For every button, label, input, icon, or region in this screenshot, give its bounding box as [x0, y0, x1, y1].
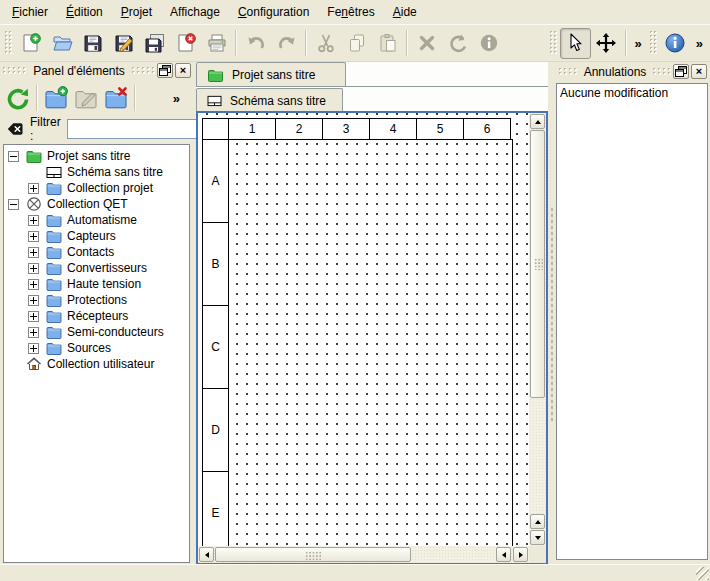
- expand-expander-icon[interactable]: [28, 295, 39, 306]
- expand-expander-icon[interactable]: [28, 231, 39, 242]
- column-header: 5: [416, 118, 464, 140]
- save-as-button[interactable]: [108, 28, 139, 59]
- delete-icon: [416, 32, 438, 54]
- toolbar-overflow-button[interactable]: »: [630, 36, 647, 51]
- expand-expander-icon[interactable]: [28, 327, 39, 338]
- tree-item-collection-utilisateur[interactable]: Collection utilisateur: [4, 356, 189, 372]
- resize-grip-icon[interactable]: [696, 567, 709, 580]
- cut-icon: [315, 32, 337, 54]
- panel-overflow-button[interactable]: »: [168, 91, 185, 106]
- menu-edition[interactable]: Édition: [57, 1, 112, 23]
- sheet-border: [228, 139, 513, 546]
- tree-item-collection-qet[interactable]: Collection QET: [4, 196, 189, 212]
- dock-splitter[interactable]: [548, 62, 556, 565]
- tree-item-automatisme[interactable]: Automatisme: [4, 212, 189, 228]
- tree-item-label: Schéma sans titre: [67, 165, 163, 179]
- scroll-right-button[interactable]: [513, 547, 528, 562]
- toolbar-separator: [235, 30, 237, 56]
- vertical-scrollbar[interactable]: [529, 113, 546, 546]
- tab-projet-sans-titre[interactable]: Projet sans titre: [196, 62, 346, 86]
- undo-panel-title: Annulations: [577, 65, 654, 79]
- expand-expander-icon[interactable]: [28, 279, 39, 290]
- scroll-left-button[interactable]: [199, 547, 214, 562]
- filter-label: Filtrer :: [30, 115, 61, 143]
- folder-icon: [46, 309, 62, 323]
- tree-item-contacts[interactable]: Contacts: [4, 244, 189, 260]
- menu-projet[interactable]: Projet: [112, 1, 161, 23]
- edit-category-button: [71, 83, 101, 113]
- dock-float-button[interactable]: [157, 63, 173, 78]
- toolbar-overflow-button[interactable]: »: [691, 36, 708, 51]
- row-header-column: A B C D E: [202, 140, 229, 546]
- project-icon: [26, 149, 42, 163]
- undo-list-item[interactable]: Aucune modification: [560, 85, 704, 101]
- scroll-left-button[interactable]: [496, 547, 511, 562]
- dock-drag-handle[interactable]: [132, 67, 155, 74]
- expand-expander-icon[interactable]: [28, 263, 39, 274]
- print-button[interactable]: [201, 28, 232, 59]
- column-header: 3: [322, 118, 370, 140]
- tree-item-recepteurs[interactable]: Récepteurs: [4, 308, 189, 324]
- tree-item-collection-projet[interactable]: Collection projet: [4, 180, 189, 196]
- tree-item-convertisseurs[interactable]: Convertisseurs: [4, 260, 189, 276]
- folder-icon: [46, 245, 62, 259]
- tree-item-capteurs[interactable]: Capteurs: [4, 228, 189, 244]
- open-project-button[interactable]: [46, 28, 77, 59]
- move-mode-button[interactable]: [591, 28, 622, 59]
- vertical-scrollbar-thumb[interactable]: [530, 130, 545, 398]
- column-header-row: 1 2 3 4 5 6: [202, 118, 511, 140]
- close-file-button[interactable]: [170, 28, 201, 59]
- rotate-icon: [447, 32, 469, 54]
- toolbar-separator: [625, 30, 627, 56]
- expand-expander-icon[interactable]: [28, 183, 39, 194]
- dock-close-button[interactable]: ×: [175, 63, 191, 78]
- menu-aide[interactable]: Aide: [384, 1, 426, 23]
- scroll-up-button[interactable]: [530, 514, 545, 529]
- new-document-button[interactable]: [15, 28, 46, 59]
- dock-close-button[interactable]: ×: [691, 64, 707, 79]
- about-info-button[interactable]: [660, 28, 691, 59]
- toolbar-drag-handle[interactable]: [550, 31, 557, 55]
- delete-button: [411, 28, 442, 59]
- dock-drag-handle[interactable]: [3, 67, 26, 74]
- tab-schema-sans-titre[interactable]: Schéma sans titre: [196, 88, 343, 112]
- schematic-canvas[interactable]: 1 2 3 4 5 6 A B C D E: [198, 113, 529, 546]
- clear-filter-icon[interactable]: [6, 120, 24, 138]
- reload-collections-button[interactable]: [3, 83, 33, 113]
- menu-fichier[interactable]: Fichier: [3, 1, 57, 23]
- collapse-expander-icon[interactable]: [8, 151, 19, 162]
- menu-affichage[interactable]: Affichage: [161, 1, 229, 23]
- toolbar-separator: [406, 30, 408, 56]
- tree-item-projet-sans-titre[interactable]: Projet sans titre: [4, 148, 189, 164]
- horizontal-scrollbar[interactable]: [198, 546, 529, 563]
- save-button[interactable]: [77, 28, 108, 59]
- save-all-button[interactable]: [139, 28, 170, 59]
- dock-drag-handle[interactable]: [653, 68, 671, 75]
- delete-category-button[interactable]: [101, 83, 131, 113]
- tree-item-schema-sans-titre[interactable]: Schéma sans titre: [4, 164, 189, 180]
- tree-item-haute-tension[interactable]: Haute tension: [4, 276, 189, 292]
- toolbar-drag-handle[interactable]: [5, 31, 12, 55]
- menu-fenetres[interactable]: Fenêtres: [318, 1, 383, 23]
- move-icon: [595, 32, 617, 54]
- tree-item-sources[interactable]: Sources: [4, 340, 189, 356]
- scroll-down-button[interactable]: [530, 530, 545, 545]
- close-icon: ×: [180, 65, 186, 76]
- collapse-expander-icon[interactable]: [8, 199, 19, 210]
- expand-expander-icon[interactable]: [28, 343, 39, 354]
- expand-expander-icon[interactable]: [28, 215, 39, 226]
- scroll-up-button[interactable]: [530, 114, 545, 129]
- toolbar-drag-handle[interactable]: [650, 31, 657, 55]
- tree-item-label: Haute tension: [67, 277, 141, 291]
- dock-float-button[interactable]: [673, 64, 689, 79]
- tree-item-semi-conducteurs[interactable]: Semi-conducteurs: [4, 324, 189, 340]
- expand-expander-icon[interactable]: [28, 311, 39, 322]
- info-icon: [664, 32, 686, 54]
- menu-configuration[interactable]: Configuration: [229, 1, 318, 23]
- expand-expander-icon[interactable]: [28, 247, 39, 258]
- new-category-button[interactable]: [41, 83, 71, 113]
- tree-item-protections[interactable]: Protections: [4, 292, 189, 308]
- dock-drag-handle[interactable]: [559, 68, 577, 75]
- selection-mode-button[interactable]: [560, 28, 591, 59]
- horizontal-scrollbar-thumb[interactable]: [215, 547, 411, 562]
